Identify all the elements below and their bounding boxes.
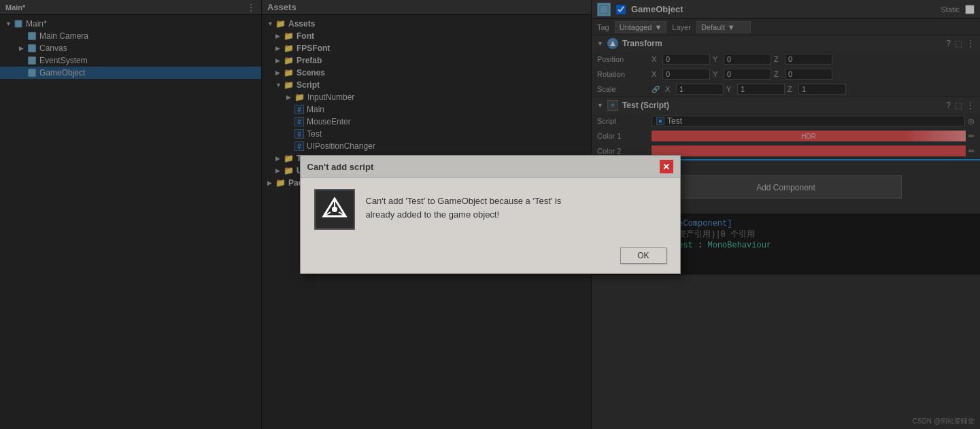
modal-body: Can't add 'Test' to GameObject because a… xyxy=(301,178,680,241)
modal-dialog: Can't add script ✕ Can't add 'Test' to G… xyxy=(300,155,681,274)
modal-title-text: Can't add script xyxy=(307,162,374,172)
modal-ok-button[interactable]: OK xyxy=(620,247,666,264)
modal-footer: OK xyxy=(301,241,680,273)
modal-close-button[interactable]: ✕ xyxy=(660,160,673,173)
modal-unity-logo xyxy=(314,189,355,230)
modal-message-content: Can't add 'Test' to GameObject because a… xyxy=(366,196,562,220)
modal-message-text: Can't add 'Test' to GameObject because a… xyxy=(366,189,562,221)
svg-point-6 xyxy=(332,207,337,212)
modal-title-bar: Can't add script ✕ xyxy=(301,156,680,178)
modal-overlay: Can't add script ✕ Can't add 'Test' to G… xyxy=(0,0,980,429)
